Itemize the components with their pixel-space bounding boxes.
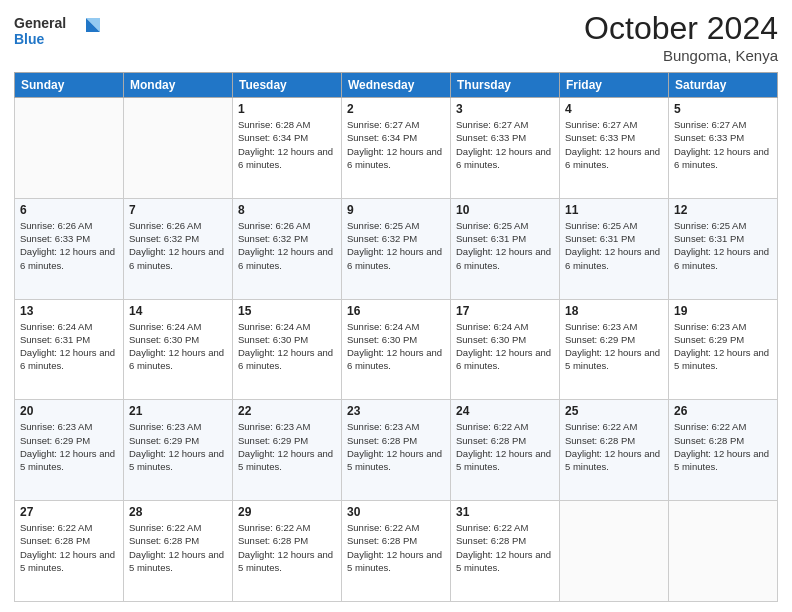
calendar-cell: 18Sunrise: 6:23 AM Sunset: 6:29 PM Dayli… [560,299,669,400]
calendar-cell: 4Sunrise: 6:27 AM Sunset: 6:33 PM Daylig… [560,98,669,199]
day-info: Sunrise: 6:25 AM Sunset: 6:31 PM Dayligh… [565,219,663,272]
day-number: 7 [129,203,227,217]
day-number: 17 [456,304,554,318]
day-info: Sunrise: 6:22 AM Sunset: 6:28 PM Dayligh… [129,521,227,574]
day-header-friday: Friday [560,73,669,98]
day-number: 20 [20,404,118,418]
day-info: Sunrise: 6:27 AM Sunset: 6:33 PM Dayligh… [456,118,554,171]
calendar-cell: 15Sunrise: 6:24 AM Sunset: 6:30 PM Dayli… [233,299,342,400]
day-info: Sunrise: 6:24 AM Sunset: 6:30 PM Dayligh… [347,320,445,373]
calendar-cell: 23Sunrise: 6:23 AM Sunset: 6:28 PM Dayli… [342,400,451,501]
day-info: Sunrise: 6:25 AM Sunset: 6:32 PM Dayligh… [347,219,445,272]
day-info: Sunrise: 6:22 AM Sunset: 6:28 PM Dayligh… [456,420,554,473]
week-row-2: 6Sunrise: 6:26 AM Sunset: 6:33 PM Daylig… [15,198,778,299]
calendar-cell: 28Sunrise: 6:22 AM Sunset: 6:28 PM Dayli… [124,501,233,602]
day-number: 16 [347,304,445,318]
calendar-cell: 17Sunrise: 6:24 AM Sunset: 6:30 PM Dayli… [451,299,560,400]
day-info: Sunrise: 6:23 AM Sunset: 6:29 PM Dayligh… [129,420,227,473]
calendar-cell: 26Sunrise: 6:22 AM Sunset: 6:28 PM Dayli… [669,400,778,501]
day-number: 25 [565,404,663,418]
week-row-4: 20Sunrise: 6:23 AM Sunset: 6:29 PM Dayli… [15,400,778,501]
title-block: October 2024 Bungoma, Kenya [584,10,778,64]
day-number: 28 [129,505,227,519]
day-number: 13 [20,304,118,318]
day-number: 24 [456,404,554,418]
day-number: 27 [20,505,118,519]
week-row-3: 13Sunrise: 6:24 AM Sunset: 6:31 PM Dayli… [15,299,778,400]
calendar-cell: 19Sunrise: 6:23 AM Sunset: 6:29 PM Dayli… [669,299,778,400]
calendar-cell: 6Sunrise: 6:26 AM Sunset: 6:33 PM Daylig… [15,198,124,299]
day-info: Sunrise: 6:23 AM Sunset: 6:29 PM Dayligh… [565,320,663,373]
day-number: 21 [129,404,227,418]
svg-text:General: General [14,15,66,31]
day-info: Sunrise: 6:23 AM Sunset: 6:28 PM Dayligh… [347,420,445,473]
day-info: Sunrise: 6:23 AM Sunset: 6:29 PM Dayligh… [674,320,772,373]
logo: General Blue [14,10,104,56]
day-number: 18 [565,304,663,318]
calendar-cell: 7Sunrise: 6:26 AM Sunset: 6:32 PM Daylig… [124,198,233,299]
day-header-monday: Monday [124,73,233,98]
calendar-cell [560,501,669,602]
calendar-cell: 5Sunrise: 6:27 AM Sunset: 6:33 PM Daylig… [669,98,778,199]
calendar-cell: 8Sunrise: 6:26 AM Sunset: 6:32 PM Daylig… [233,198,342,299]
calendar-cell: 12Sunrise: 6:25 AM Sunset: 6:31 PM Dayli… [669,198,778,299]
calendar-cell: 20Sunrise: 6:23 AM Sunset: 6:29 PM Dayli… [15,400,124,501]
calendar-cell: 25Sunrise: 6:22 AM Sunset: 6:28 PM Dayli… [560,400,669,501]
day-info: Sunrise: 6:24 AM Sunset: 6:30 PM Dayligh… [129,320,227,373]
logo-icon: General Blue [14,10,104,52]
week-row-5: 27Sunrise: 6:22 AM Sunset: 6:28 PM Dayli… [15,501,778,602]
page: General Blue October 2024 Bungoma, Kenya… [0,0,792,612]
day-number: 23 [347,404,445,418]
day-number: 22 [238,404,336,418]
day-number: 6 [20,203,118,217]
day-info: Sunrise: 6:28 AM Sunset: 6:34 PM Dayligh… [238,118,336,171]
day-number: 15 [238,304,336,318]
day-info: Sunrise: 6:22 AM Sunset: 6:28 PM Dayligh… [674,420,772,473]
day-info: Sunrise: 6:26 AM Sunset: 6:33 PM Dayligh… [20,219,118,272]
day-number: 14 [129,304,227,318]
day-number: 4 [565,102,663,116]
day-number: 10 [456,203,554,217]
day-header-sunday: Sunday [15,73,124,98]
calendar-cell: 27Sunrise: 6:22 AM Sunset: 6:28 PM Dayli… [15,501,124,602]
day-info: Sunrise: 6:26 AM Sunset: 6:32 PM Dayligh… [129,219,227,272]
calendar-cell: 1Sunrise: 6:28 AM Sunset: 6:34 PM Daylig… [233,98,342,199]
day-header-thursday: Thursday [451,73,560,98]
day-info: Sunrise: 6:22 AM Sunset: 6:28 PM Dayligh… [456,521,554,574]
day-info: Sunrise: 6:23 AM Sunset: 6:29 PM Dayligh… [238,420,336,473]
calendar-table: SundayMondayTuesdayWednesdayThursdayFrid… [14,72,778,602]
day-number: 29 [238,505,336,519]
day-header-wednesday: Wednesday [342,73,451,98]
day-info: Sunrise: 6:27 AM Sunset: 6:34 PM Dayligh… [347,118,445,171]
week-row-1: 1Sunrise: 6:28 AM Sunset: 6:34 PM Daylig… [15,98,778,199]
calendar-cell: 13Sunrise: 6:24 AM Sunset: 6:31 PM Dayli… [15,299,124,400]
day-info: Sunrise: 6:26 AM Sunset: 6:32 PM Dayligh… [238,219,336,272]
day-header-tuesday: Tuesday [233,73,342,98]
day-info: Sunrise: 6:22 AM Sunset: 6:28 PM Dayligh… [20,521,118,574]
day-number: 11 [565,203,663,217]
calendar-cell: 16Sunrise: 6:24 AM Sunset: 6:30 PM Dayli… [342,299,451,400]
calendar-cell: 24Sunrise: 6:22 AM Sunset: 6:28 PM Dayli… [451,400,560,501]
day-number: 2 [347,102,445,116]
day-number: 3 [456,102,554,116]
calendar-cell [669,501,778,602]
calendar-cell: 9Sunrise: 6:25 AM Sunset: 6:32 PM Daylig… [342,198,451,299]
day-info: Sunrise: 6:27 AM Sunset: 6:33 PM Dayligh… [674,118,772,171]
day-info: Sunrise: 6:22 AM Sunset: 6:28 PM Dayligh… [347,521,445,574]
day-number: 8 [238,203,336,217]
calendar-cell: 29Sunrise: 6:22 AM Sunset: 6:28 PM Dayli… [233,501,342,602]
day-info: Sunrise: 6:24 AM Sunset: 6:31 PM Dayligh… [20,320,118,373]
header: General Blue October 2024 Bungoma, Kenya [14,10,778,64]
calendar-cell: 3Sunrise: 6:27 AM Sunset: 6:33 PM Daylig… [451,98,560,199]
calendar-header-row: SundayMondayTuesdayWednesdayThursdayFrid… [15,73,778,98]
day-info: Sunrise: 6:27 AM Sunset: 6:33 PM Dayligh… [565,118,663,171]
calendar-cell: 30Sunrise: 6:22 AM Sunset: 6:28 PM Dayli… [342,501,451,602]
location: Bungoma, Kenya [584,47,778,64]
day-info: Sunrise: 6:24 AM Sunset: 6:30 PM Dayligh… [238,320,336,373]
day-number: 12 [674,203,772,217]
svg-text:Blue: Blue [14,31,45,47]
calendar-cell: 31Sunrise: 6:22 AM Sunset: 6:28 PM Dayli… [451,501,560,602]
calendar-cell: 10Sunrise: 6:25 AM Sunset: 6:31 PM Dayli… [451,198,560,299]
day-info: Sunrise: 6:25 AM Sunset: 6:31 PM Dayligh… [456,219,554,272]
calendar-cell [124,98,233,199]
